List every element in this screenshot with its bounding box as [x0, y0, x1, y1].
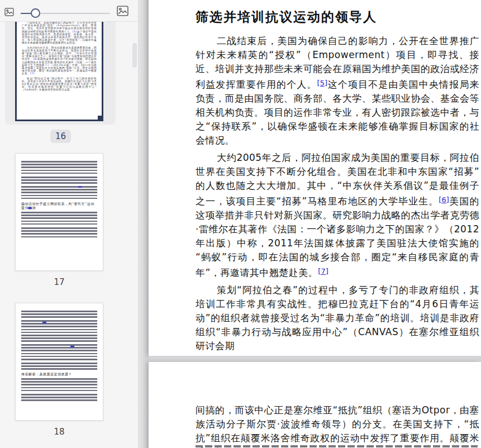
page-number-badge-16: 16 [50, 130, 71, 143]
thumbnail-item-16[interactable]: 二战结束后，美国为确保自己的影响力，公开在全世界推广针对未来精英的“授权”（Em… [5, 22, 116, 125]
page-number-label-18: 18 [15, 427, 103, 437]
thumb17-text-block [21, 186, 97, 199]
footnote-ref-5[interactable]: [5] [317, 79, 327, 87]
document-viewer: 筛选并培训抗议运动的领导人 二战结束后，美国为确保自己的影响力，公开在全世界推广… [139, 0, 481, 448]
thumb18-text-block [21, 394, 97, 401]
thumb18-text-block [21, 311, 97, 318]
thumbnail-panel: 二战结束后，美国为确保自己的影响力，公开在全世界推广针对未来精英的“授权”（Em… [0, 0, 139, 448]
thumb17-footnote-mark [78, 186, 82, 188]
pdf-reader-window: 二战结束后，美国为确保自己的影响力，公开在全世界推广针对未来精英的“授权”（Em… [0, 0, 481, 448]
thumb18-footnote-mark [70, 346, 74, 347]
thumbnail-large-icon [117, 6, 128, 18]
thumb17-section-heading: 煽动活动分子建立网状联系，向“要民主”运动提供支持 [21, 202, 97, 209]
slider-fill [21, 13, 32, 14]
thumbnail-small-icon [4, 8, 14, 18]
thumb16-text: 策划“阿拉伯之春”的过程中，多亏了专门的非政府组织，其培训工作非常具有实战性。把… [22, 77, 97, 92]
thumb17-text-block [21, 227, 97, 237]
thumb18-text-block [21, 363, 97, 370]
page-gap [149, 356, 481, 362]
thumb16-text: 二战结束后，美国为确保自己的影响力，公开在全世界推广针对未来精英的“授权”（Em… [22, 22, 97, 45]
paragraph-2-text: 大约2005年之后，阿拉伯国家成为美国的重要目标，阿拉伯世界在美国支持下不断分化… [196, 152, 479, 207]
thumb17-text-block [21, 177, 97, 184]
paragraph-1: 二战结束后，美国为确保自己的影响力，公开在全世界推广针对未来精英的“授权”（Em… [196, 34, 479, 147]
thumb16-ref-7: [7] [30, 72, 35, 75]
paragraph-2-text: 美国的这项举措并非只针对新兴国家。研究影响力战略的杰出学者克劳德·雷维尔在其著作… [196, 196, 479, 278]
document-page-16: 筛选并培训抗议运动的领导人 二战结束后，美国为确保自己的影响力，公开在全世界推广… [149, 0, 481, 356]
thumbnail-size-slider[interactable] [21, 7, 110, 20]
thumb18-text-block [21, 320, 97, 342]
page-number-label-17: 17 [15, 277, 103, 287]
thumbnail-item-18[interactable]: 维基解密：真披露还是假披露？ [15, 303, 103, 421]
thumbnail-size-toolbar [0, 0, 138, 22]
thumb17-text-block [21, 161, 97, 174]
thumb16-text: 大约2005年之后，阿拉伯国家成为美国的重要目标，阿拉伯世界在美国支持下不断分化… [22, 46, 97, 75]
thumb18-footnote-mark [42, 322, 46, 323]
thumb18-section-heading: 维基解密：真披露还是假披露？ [21, 372, 97, 376]
footnote-ref-6[interactable]: [6] [439, 196, 449, 204]
document-page-17: 间搞的，而该中心正是塞尔维亚“抵抗”组织（塞语为Otpor，由塞族活动分子斯尔贾… [149, 362, 481, 448]
sidebar-scrollbar[interactable] [132, 43, 137, 68]
thumbnail-page-preview-16[interactable]: 二战结束后，美国为确保自己的影响力，公开在全世界推广针对未来精英的“授权”（Em… [15, 22, 103, 121]
thumb18-text-block [21, 344, 97, 360]
thumb-selection-corner [98, 116, 102, 120]
page-heading: 筛选并培训抗议运动的领导人 [196, 8, 479, 25]
paragraph-3: 策划“阿拉伯之春”的过程中，多亏了专门的非政府组织，其培训工作非常具有实战性。把… [196, 283, 479, 353]
paragraph-2: 大约2005年之后，阿拉伯国家成为美国的重要目标，阿拉伯世界在美国支持下不断分化… [196, 151, 479, 280]
footnote-ref-7[interactable]: [7] [318, 267, 328, 275]
thumbnail-list: 二战结束后，美国为确保自己的影响力，公开在全世界推广针对未来精英的“授权”（Em… [0, 22, 138, 448]
slider-knob[interactable] [31, 8, 40, 18]
thumb17-footnote-mark [28, 207, 32, 209]
thumb17-text-block [21, 212, 97, 225]
clipped-text-line [196, 445, 478, 447]
thumb18-text-block [21, 378, 97, 392]
paragraph-4: 间搞的，而该中心正是塞尔维亚“抵抗”组织（塞语为Otpor，由塞族活动分子斯尔贾… [196, 403, 479, 448]
thumbnail-item-17[interactable]: 煽动活动分子建立网状联系，向“要民主”运动提供支持 [15, 153, 103, 271]
